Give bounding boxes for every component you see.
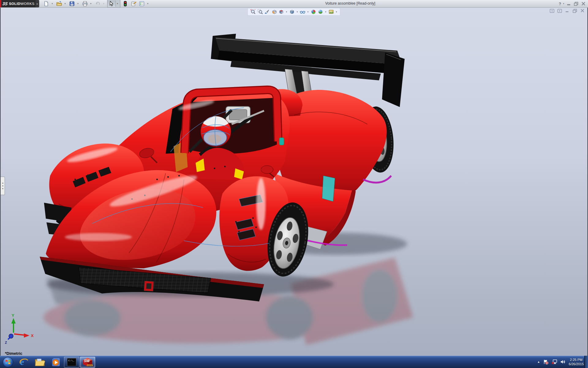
file-properties-button[interactable] xyxy=(130,0,138,7)
new-document-icon xyxy=(43,1,49,6)
save-button[interactable] xyxy=(68,0,76,7)
close-button[interactable] xyxy=(581,1,586,6)
panel-collapse-tab[interactable]: ◂ ◂ ◂ xyxy=(1,177,5,195)
network-status-icon[interactable] xyxy=(552,359,557,365)
action-center-flag-icon[interactable] xyxy=(543,359,548,365)
zoom-to-fit-icon xyxy=(251,9,256,14)
open-document-button[interactable] xyxy=(55,0,63,7)
help-dropdown[interactable]: ▾ xyxy=(563,2,564,5)
zoom-to-area-button[interactable] xyxy=(257,9,263,15)
solidworks-logo: 3S SOLIDWORKS xyxy=(0,0,36,7)
view-orientation-label: *Dimetric xyxy=(5,351,22,356)
print-dropdown[interactable]: ▾ xyxy=(89,0,92,7)
new-document-button[interactable] xyxy=(42,0,50,7)
solidworks-2015-icon: SW 2015 xyxy=(82,358,93,367)
doc-close-button[interactable] xyxy=(580,9,585,13)
print-button[interactable] xyxy=(81,0,89,7)
notepad-pencil-icon xyxy=(131,1,137,6)
select-dropdown[interactable]: ▾ xyxy=(115,1,119,7)
zoom-to-fit-button[interactable] xyxy=(250,9,256,15)
window-controls: ? ▾ xyxy=(559,0,586,7)
eyeglasses-icon xyxy=(300,9,305,14)
solidworks-window: 3S SOLIDWORKS ▸ ▾ ▾ ▾ ▾ ▾ xyxy=(0,0,588,368)
media-player-button[interactable] xyxy=(48,356,64,368)
apply-scene-dropdown[interactable]: ▾ xyxy=(324,11,327,13)
nav-forward-button[interactable] xyxy=(557,9,562,13)
minimize-button[interactable] xyxy=(566,1,571,6)
standard-toolbar: ▾ ▾ ▾ ▾ ▾ ▾ xyxy=(42,0,150,7)
select-tool-group: ▾ xyxy=(107,0,120,8)
taskbar-clock[interactable]: 2:25 PM 6/26/2015 xyxy=(569,358,584,366)
options-dropdown[interactable]: ▾ xyxy=(146,0,149,7)
section-view-icon xyxy=(272,9,277,14)
help-button[interactable]: ? xyxy=(559,2,561,6)
start-button[interactable] xyxy=(0,356,16,368)
undo-arrow-icon xyxy=(95,1,101,6)
view-settings-button[interactable] xyxy=(328,9,334,15)
apply-scene-button[interactable] xyxy=(317,9,323,15)
doc-restore-button[interactable] xyxy=(572,9,577,13)
options-button[interactable] xyxy=(138,0,146,7)
windows-orb-icon xyxy=(2,357,13,368)
view-orientation-button[interactable] xyxy=(278,9,284,15)
undo-button[interactable] xyxy=(94,0,102,7)
titlebar: 3S SOLIDWORKS ▸ ▾ ▾ ▾ ▾ ▾ xyxy=(0,0,588,8)
nav-back-button[interactable] xyxy=(549,9,554,13)
system-tray: ▲ 2:25 PM 6/26/2015 xyxy=(537,356,584,368)
hide-show-items-button[interactable] xyxy=(300,9,306,15)
headsup-view-toolbar: ▾ ▾ ▾ ▾ ▾ xyxy=(247,8,340,16)
display-style-dropdown[interactable]: ▾ xyxy=(296,11,299,13)
previous-view-icon xyxy=(265,9,270,14)
new-dropdown[interactable]: ▾ xyxy=(51,0,54,7)
command-prompt-button[interactable]: C:\_ xyxy=(64,357,79,368)
brand-name: SOLIDWORKS xyxy=(9,2,35,6)
show-hidden-icons-button[interactable]: ▲ xyxy=(537,360,540,363)
solidworks-taskbar-button[interactable]: SW 2015 xyxy=(80,357,95,368)
save-dropdown[interactable]: ▾ xyxy=(76,0,80,7)
printer-icon xyxy=(82,1,88,6)
view-orientation-icon xyxy=(279,9,284,14)
restore-button[interactable] xyxy=(573,1,579,6)
windows-explorer-button[interactable] xyxy=(32,356,48,368)
ds-logo-mark: 3S xyxy=(2,1,8,6)
display-style-icon xyxy=(289,9,295,14)
triad-x-label: X xyxy=(31,333,34,338)
rebuild-button[interactable] xyxy=(121,0,129,7)
edit-appearance-button[interactable] xyxy=(310,9,316,15)
view-settings-dropdown[interactable]: ▾ xyxy=(335,11,338,13)
internet-explorer-button[interactable]: e xyxy=(16,356,32,368)
clock-time: 2:25 PM xyxy=(569,358,584,362)
previous-view-button[interactable] xyxy=(264,9,270,15)
save-floppy-icon xyxy=(69,1,75,6)
media-player-icon xyxy=(51,357,61,367)
volume-icon[interactable] xyxy=(560,359,566,365)
traffic-light-icon xyxy=(123,1,127,6)
race-car-model[interactable] xyxy=(1,8,587,356)
document-window-controls xyxy=(549,9,585,13)
menu-flyout-arrow[interactable]: ▸ xyxy=(36,0,39,7)
doc-minimize-button[interactable] xyxy=(565,9,570,13)
command-prompt-icon: C:\_ xyxy=(67,358,76,366)
triad-z-label: Z xyxy=(5,341,7,344)
open-folder-icon xyxy=(56,1,62,6)
graphics-area[interactable]: ▾ ▾ ▾ ▾ ▾ xyxy=(0,8,588,356)
undo-dropdown[interactable]: ▾ xyxy=(102,0,105,7)
section-view-button[interactable] xyxy=(271,9,277,15)
view-settings-icon xyxy=(329,9,334,14)
windows-taskbar: e C:\_ xyxy=(0,356,588,368)
hide-show-dropdown[interactable]: ▾ xyxy=(307,11,309,13)
show-desktop-button[interactable] xyxy=(584,356,588,368)
folder-icon xyxy=(35,358,45,367)
document-title: Voiture assomblee [Read-only] xyxy=(325,1,375,6)
select-tool-button[interactable] xyxy=(107,0,115,7)
cursor-arrow-icon xyxy=(109,1,114,6)
view-orientation-dropdown[interactable]: ▾ xyxy=(285,11,288,13)
open-dropdown[interactable]: ▾ xyxy=(63,0,67,7)
reference-triad: Y X Z xyxy=(2,311,36,347)
clock-date: 6/26/2015 xyxy=(569,362,584,366)
zoom-to-area-icon xyxy=(258,9,263,14)
triad-y-label: Y xyxy=(12,313,14,318)
display-style-button[interactable] xyxy=(289,9,295,15)
apply-scene-icon xyxy=(318,9,323,14)
options-checklist-icon xyxy=(139,1,145,6)
